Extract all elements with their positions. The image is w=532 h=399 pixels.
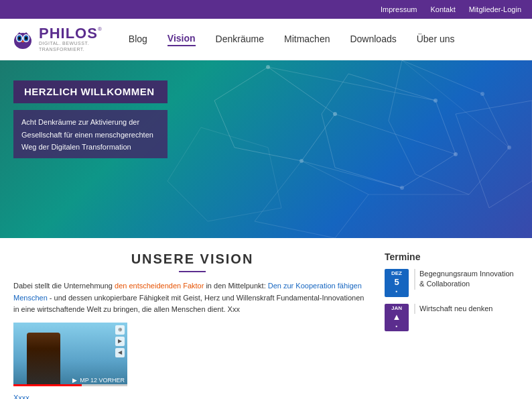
vision-divider [179,271,206,272]
hero-title: HERZLICH WILLKOMMEN [24,86,154,97]
video-play-icon[interactable]: ▶ [72,377,77,384]
video-progress-bar [13,384,127,386]
vision-text-mid2: - und dessen unkopierbare Fähigkeit mit … [13,294,364,314]
svg-point-23 [300,159,304,163]
event-dots-jan: ▪ [387,323,406,330]
vision-text: Dabei stellt die Unternehmung den entsch… [13,280,371,316]
event-desc-jan: Wirtschaft neu denken [414,304,492,314]
svg-marker-12 [389,60,509,194]
svg-point-25 [454,152,458,156]
termine-title: Termine [385,251,519,262]
hero-title-box: HERZLICH WILLKOMMEN [13,80,168,103]
video-icon-3[interactable]: ◀ [115,348,125,357]
video-controls[interactable]: ▶ MP 12 VORHER [72,377,125,384]
impressum-link[interactable]: Impressum [381,5,417,13]
video-icon-2[interactable]: ▶ [115,337,125,346]
logo-text: PHILOS ® DIGITAL. BEWUSST. TRANSFORMIERT… [39,26,102,52]
main-nav: Blog Vision Denkräume Mitmachen Download… [129,33,455,46]
nav-ueber-uns[interactable]: Über uns [417,34,455,46]
nav-mitmachen[interactable]: Mitmachen [284,34,330,46]
svg-point-27 [507,146,511,150]
svg-line-19 [402,60,509,148]
event-desc-dec: Begegnungsraum Innovation & Collaboratio… [414,269,519,290]
main-left: UNSERE VISION Dabei stellt die Unternehm… [13,251,371,392]
logo[interactable]: PHILOS ® DIGITAL. BEWUSST. TRANSFORMIERT… [11,26,102,52]
top-bar: Impressum Kontakt Mitglieder-Login [0,0,532,19]
event-month-dec: DEZ [387,270,406,277]
video-thumbnail[interactable]: ⊕ ▶ ◀ ▶ MP 12 VORHER [13,323,127,386]
video-icon-1[interactable]: ⊕ [115,325,125,335]
event-item-dec: DEZ 5 ▪ Begegnungsraum Innovation & Coll… [385,269,519,297]
nav-denkraume[interactable]: Denkräume [216,34,264,46]
vision-text-mid1: in den Mittelpunkt: [204,282,267,290]
hero-content: HERZLICH WILLKOMMEN Acht Denkräume zur A… [13,80,168,158]
video-duration: MP 12 VORHER [80,377,125,384]
event-day-jan: ▲ [387,312,406,323]
video-sidebar-icons: ⊕ ▶ ◀ [115,325,125,357]
logo-sub2: TRANSFORMIERT. [39,47,102,52]
svg-line-16 [268,67,436,101]
svg-line-18 [302,161,402,188]
svg-point-24 [434,99,438,103]
hero-description: Acht Denkräume zur Aktivierung der Gesel… [21,118,153,151]
svg-line-17 [335,114,456,154]
svg-marker-15 [168,127,281,221]
hero-desc-box: Acht Denkräume zur Aktivierung der Gesel… [13,110,168,158]
nav-downloads[interactable]: Downloads [350,34,396,46]
svg-point-6 [25,36,27,40]
kontakt-link[interactable]: Kontakt [430,5,455,13]
logo-tm: ® [98,26,102,32]
event-date-dec: DEZ 5 ▪ [385,269,409,297]
hero-section: HERZLICH WILLKOMMEN Acht Denkräume zur A… [0,60,532,238]
placeholder-links: Xxxx Xxxx Xxxx [13,392,371,399]
vision-text-before: Dabei stellt die Unternehmung [13,282,115,290]
svg-point-22 [333,112,337,116]
svg-point-5 [18,36,21,40]
svg-point-26 [400,186,404,190]
nav-blog[interactable]: Blog [129,34,147,46]
main-section: UNSERE VISION Dabei stellt die Unternehm… [0,238,532,399]
event-dots-dec: ▪ [387,288,406,295]
vision-highlight1: den entscheidenden Faktor [115,282,204,290]
video-person [27,333,60,386]
svg-marker-10 [214,67,335,161]
video-progress-fill [13,384,82,386]
main-right: Termine DEZ 5 ▪ Begegnungsraum Innovatio… [385,251,519,392]
nav-vision[interactable]: Vision [168,33,196,46]
header: PHILOS ® DIGITAL. BEWUSST. TRANSFORMIERT… [0,19,532,60]
logo-sub1: DIGITAL. BEWUSST. [39,41,102,46]
owl-icon [11,27,35,52]
logo-name: PHILOS [39,26,98,41]
link-1[interactable]: Xxxx [13,392,371,399]
event-month-jan: JAN [387,305,406,312]
svg-point-21 [266,65,270,69]
event-day-dec: 5 [387,277,406,288]
mitglieder-login-link[interactable]: Mitglieder-Login [469,5,521,13]
event-item-jan: JAN ▲ ▪ Wirtschaft neu denken [385,304,519,332]
svg-point-28 [480,92,484,96]
vision-title: UNSERE VISION [13,251,371,267]
event-date-jan: JAN ▲ ▪ [385,304,409,332]
